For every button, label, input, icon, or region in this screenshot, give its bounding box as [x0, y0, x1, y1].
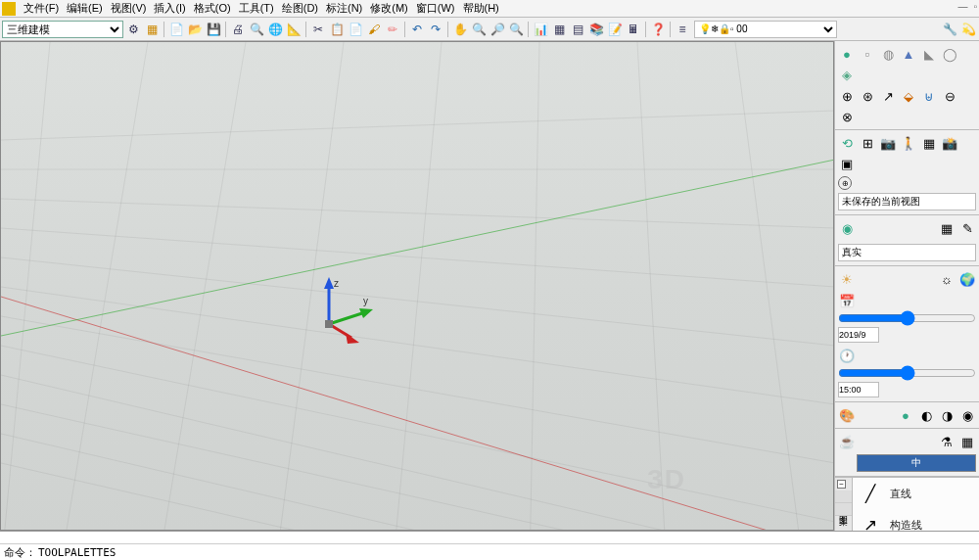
panel-render-main-icon[interactable]: ☕ — [838, 433, 856, 450]
palette-tab-modeling[interactable]: 建模 — [835, 490, 852, 503]
date-input[interactable] — [838, 327, 879, 343]
time-input[interactable] — [838, 382, 879, 397]
panel-mat-2-icon[interactable]: ◐ — [917, 406, 935, 424]
panel-sun-edit-icon[interactable]: ☼ — [938, 270, 956, 288]
panel-time-icon[interactable]: 🕐 — [838, 347, 856, 364]
panel-mat-4-icon[interactable]: ◉ — [958, 406, 976, 424]
toolbar-layer-prev-icon[interactable]: 🔧 — [941, 21, 958, 38]
panel-materials-icon[interactable]: 🎨 — [838, 406, 856, 424]
svg-line-10 — [1, 434, 588, 530]
date-slider[interactable] — [838, 312, 976, 324]
toolbar-calc-icon[interactable]: 🖩 — [625, 21, 642, 38]
panel-render-opt-icon[interactable]: ⚗ — [938, 433, 956, 450]
toolbar-plot-icon[interactable]: 📐 — [285, 21, 303, 38]
toolbar-undo-icon[interactable]: ↶ — [408, 21, 426, 38]
toolbar-copy-icon[interactable]: 📋 — [328, 21, 346, 38]
toolbar-preview-icon[interactable]: 🔍 — [248, 21, 265, 38]
toolbar-sheetset-icon[interactable]: 📚 — [587, 21, 605, 38]
panel-cone-icon[interactable]: ▲ — [900, 45, 917, 63]
panel-box-icon[interactable]: ▫ — [859, 45, 876, 63]
panel-orbit-icon[interactable]: ⟲ — [838, 134, 856, 152]
viewport-3d[interactable]: z y 3D — [0, 41, 834, 531]
panel-render-env-icon[interactable]: ▦ — [958, 433, 976, 450]
toolbar-print-icon[interactable]: 🖨 — [229, 21, 247, 38]
command-history[interactable] — [0, 532, 979, 544]
panel-sun-icon[interactable]: ☀ — [838, 270, 856, 288]
menu-view[interactable]: 视图(V) — [107, 1, 151, 16]
toolbar-grid-icon[interactable]: ▦ — [143, 21, 161, 38]
panel-subtract-icon[interactable]: ⊖ — [941, 87, 958, 105]
toolbar-publish-icon[interactable]: 🌐 — [266, 21, 284, 38]
palette-tab-hatch[interactable]: 图案 — [835, 503, 852, 516]
panel-torus-icon[interactable]: ◯ — [941, 45, 958, 63]
panel-style-manage-icon[interactable]: ▦ — [938, 219, 956, 237]
menu-help[interactable]: 帮助(H) — [459, 1, 503, 16]
panel-extrude-icon[interactable]: ⊕ — [838, 87, 856, 105]
toolbar-match-icon[interactable]: 🖌 — [365, 21, 383, 38]
toolbar-zoom-window-icon[interactable]: 🔎 — [489, 21, 506, 38]
restore-button[interactable]: ▫ — [973, 1, 977, 12]
panel-sweep-icon[interactable]: ↗ — [879, 87, 897, 105]
panel-visual-icon[interactable]: ◉ — [838, 219, 856, 237]
toolbar-zoom-prev-icon[interactable]: 🔍 — [507, 21, 525, 38]
panel-revolve-icon[interactable]: ⊛ — [859, 87, 876, 105]
menu-dimension[interactable]: 标注(N) — [322, 1, 366, 16]
panel-cylinder-icon[interactable]: ◍ — [879, 45, 897, 63]
menu-modify[interactable]: 修改(M) — [366, 1, 412, 16]
panel-mat-3-icon[interactable]: ◑ — [938, 406, 956, 424]
toolbar-redo-icon[interactable]: ↷ — [427, 21, 444, 38]
toolbar-new-icon[interactable]: 📄 — [167, 21, 185, 38]
palette-item-line[interactable]: ╱ 直线 — [853, 478, 979, 509]
panel-location-icon[interactable]: 🌍 — [958, 270, 976, 288]
toolbar-help-icon[interactable]: ❓ — [649, 21, 667, 38]
menu-tools[interactable]: 工具(T) — [235, 1, 278, 16]
panel-viewport-icon[interactable]: ▦ — [920, 134, 938, 152]
panel-loft-icon[interactable]: ⬙ — [900, 87, 917, 105]
visual-style-input[interactable] — [838, 244, 976, 261]
panel-camera-icon[interactable]: 📷 — [879, 134, 897, 152]
render-preset-swatch[interactable]: 中 — [857, 454, 976, 472]
toolbar-paste-icon[interactable]: 📄 — [347, 21, 364, 38]
panel-walk-icon[interactable]: 🚶 — [900, 134, 917, 152]
command-line[interactable]: 命令： TOOLPALETTES — [0, 544, 979, 560]
main-toolbar: 三维建模 ⚙ ▦ 📄 📂 💾 🖨 🔍 🌐 📐 ✂ 📋 📄 🖌 ✏ ↶ ↷ ✋ 🔍… — [0, 18, 979, 41]
panel-intersect-icon[interactable]: ⊗ — [838, 108, 856, 125]
toolbar-layer-state-icon[interactable]: 💫 — [959, 21, 977, 38]
panel-capture-icon[interactable]: 📸 — [941, 134, 958, 152]
toolbar-layers-icon[interactable]: ≡ — [674, 21, 691, 38]
view-name-input[interactable] — [838, 193, 976, 210]
layer-dropdown[interactable]: 💡❄🔒▫ 00 — [694, 21, 837, 38]
menu-window[interactable]: 窗口(W) — [412, 1, 459, 16]
palette-item-xline[interactable]: ↗ 构造线 — [853, 509, 979, 531]
panel-views-icon[interactable]: ⊞ — [859, 134, 876, 152]
toolbar-cut-icon[interactable]: ✂ — [309, 21, 327, 38]
toolbar-pan-icon[interactable]: ✋ — [451, 21, 469, 38]
menu-draw[interactable]: 绘图(D) — [278, 1, 322, 16]
panel-pyramid-icon[interactable]: ◈ — [838, 66, 856, 83]
panel-render-icon[interactable]: ▣ — [838, 155, 856, 172]
time-slider[interactable] — [838, 367, 976, 379]
toolbar-save-icon[interactable]: 💾 — [205, 21, 222, 38]
panel-sphere-icon[interactable]: ● — [838, 45, 856, 63]
panel-style-edit-icon[interactable]: ✎ — [958, 219, 976, 237]
palette-collapse-button[interactable]: − — [837, 480, 846, 489]
minimize-button[interactable]: — — [957, 1, 967, 12]
panel-union-icon[interactable]: ⊎ — [920, 87, 938, 105]
menu-insert[interactable]: 插入(I) — [150, 1, 189, 16]
workspace-dropdown[interactable]: 三维建模 — [2, 21, 123, 38]
panel-wedge-icon[interactable]: ◣ — [920, 45, 938, 63]
svg-line-7 — [1, 111, 833, 140]
toolbar-designcenter-icon[interactable]: ▦ — [550, 21, 568, 38]
menu-edit[interactable]: 编辑(E) — [63, 1, 107, 16]
toolbar-markup-icon[interactable]: 📝 — [606, 21, 624, 38]
toolbar-toolpalette-icon[interactable]: ▤ — [569, 21, 586, 38]
panel-date-icon[interactable]: 📅 — [838, 292, 856, 309]
panel-mat-1-icon[interactable]: ● — [897, 406, 914, 424]
menu-file[interactable]: 文件(F) — [20, 1, 63, 16]
toolbar-gear-icon[interactable]: ⚙ — [124, 21, 142, 38]
toolbar-properties-icon[interactable]: 📊 — [532, 21, 549, 38]
toolbar-eraser-icon[interactable]: ✏ — [384, 21, 401, 38]
toolbar-open-icon[interactable]: 📂 — [186, 21, 204, 38]
menu-format[interactable]: 格式(O) — [190, 1, 235, 16]
toolbar-zoom-realtime-icon[interactable]: 🔍 — [470, 21, 488, 38]
